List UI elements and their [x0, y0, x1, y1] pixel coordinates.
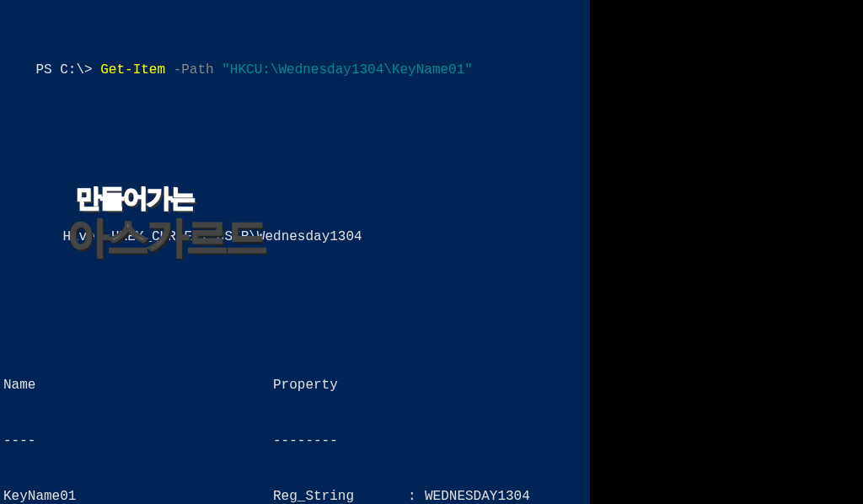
- property-key: Reg_String: [273, 487, 408, 504]
- key-name: KeyName01: [3, 487, 273, 504]
- param-path: -Path: [165, 62, 222, 78]
- property-row: Reg_String:WEDNESDAY1304: [273, 487, 587, 504]
- terminal-block-1[interactable]: PS C:\> Get-Item -Path "HKCU:\Wednesday1…: [0, 0, 590, 504]
- table-header: Name Property: [0, 376, 590, 394]
- prompt: PS C:\>: [35, 62, 100, 78]
- hive-label: Hive:: [62, 229, 111, 244]
- property-list: Reg_String:WEDNESDAY1304Reg_Binary:{1}Re…: [273, 487, 587, 504]
- command-line-1[interactable]: PS C:\> Get-Item -Path "HKCU:\Wednesday1…: [0, 42, 590, 98]
- cmdlet-name: Get-Item: [100, 62, 165, 78]
- table-divider: ---- --------: [0, 432, 590, 450]
- header-property: Property: [273, 376, 587, 394]
- hive-value: HKEY_CURRENT_USER\Wednesday1304: [111, 229, 362, 244]
- table-row: KeyName01 Reg_String:WEDNESDAY1304Reg_Bi…: [0, 487, 590, 504]
- hive-output: Hive: HKEY_CURRENT_USER\Wednesday1304: [27, 209, 590, 265]
- property-value: WEDNESDAY1304: [425, 487, 587, 504]
- header-name: Name: [3, 376, 273, 394]
- param-path-value: "HKCU:\Wednesday1304\KeyName01": [222, 62, 473, 78]
